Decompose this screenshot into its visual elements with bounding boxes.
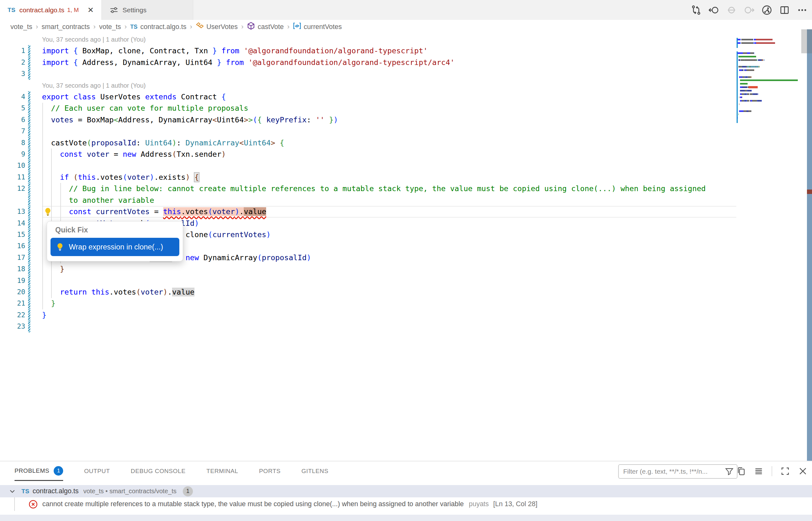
- git-added-gutter-indicator[interactable]: [28, 149, 30, 160]
- code-line[interactable]: 22}: [0, 309, 738, 321]
- problems-filter-input[interactable]: [618, 464, 738, 479]
- panel-tab-ports[interactable]: PORTS: [259, 461, 281, 481]
- breadcrumb-folder[interactable]: vote_ts: [99, 23, 121, 31]
- scrollbar-thumb[interactable]: [801, 29, 812, 53]
- git-added-gutter-indicator[interactable]: [28, 68, 30, 80]
- git-added-gutter-indicator[interactable]: [28, 240, 30, 252]
- code-line[interactable]: 13 const currentVotes = this.votes(voter…: [0, 206, 738, 217]
- line-number[interactable]: 2: [0, 57, 25, 68]
- git-added-gutter-indicator[interactable]: [28, 172, 30, 183]
- maximize-panel-icon[interactable]: [781, 467, 790, 476]
- code-line[interactable]: 7: [0, 126, 738, 137]
- change-disabled-icon[interactable]: [726, 5, 737, 16]
- git-added-gutter-indicator[interactable]: [28, 195, 30, 206]
- git-added-gutter-indicator[interactable]: [28, 218, 30, 229]
- line-number[interactable]: 17: [0, 252, 25, 263]
- code-line[interactable]: 10: [0, 160, 738, 171]
- git-added-gutter-indicator[interactable]: [28, 45, 30, 56]
- line-number[interactable]: 22: [0, 309, 25, 321]
- git-added-gutter-indicator[interactable]: [28, 103, 30, 114]
- line-number[interactable]: 8: [0, 137, 25, 149]
- breadcrumb-symbol-variable[interactable]: currentVotes: [304, 23, 342, 31]
- code-line[interactable]: to another variable: [0, 195, 738, 206]
- git-added-gutter-indicator[interactable]: [28, 298, 30, 309]
- git-added-gutter-indicator[interactable]: [28, 183, 30, 194]
- code-line[interactable]: 11 if (this.votes(voter).exists) {: [0, 172, 738, 183]
- git-added-gutter-indicator[interactable]: [28, 160, 30, 171]
- code-line[interactable]: 12 // Bug in line below: cannot create m…: [0, 183, 738, 194]
- git-added-gutter-indicator[interactable]: [28, 309, 30, 321]
- breadcrumb-file[interactable]: contract.algo.ts: [141, 23, 187, 31]
- line-number[interactable]: 19: [0, 275, 25, 286]
- split-editor-icon[interactable]: [779, 5, 790, 16]
- line-number[interactable]: 21: [0, 298, 25, 309]
- git-added-gutter-indicator[interactable]: [28, 57, 30, 68]
- code-line[interactable]: 3: [0, 68, 738, 80]
- line-number[interactable]: 7: [0, 126, 25, 137]
- code-line[interactable]: 4export class UserVotes extends Contract…: [0, 91, 738, 103]
- breadcrumb-folder[interactable]: vote_ts: [10, 23, 32, 31]
- panel-tab-terminal[interactable]: TERMINAL: [207, 461, 238, 481]
- code-line[interactable]: 18 }: [0, 263, 738, 275]
- filter-funnel-icon[interactable]: [725, 467, 734, 476]
- copy-icon[interactable]: [736, 467, 746, 476]
- code-line[interactable]: 8 castVote(proposalId: Uint64): DynamicA…: [0, 137, 738, 149]
- git-added-gutter-indicator[interactable]: [28, 286, 30, 298]
- problems-error-row[interactable]: cannot create multiple references to a m…: [0, 497, 812, 511]
- line-number[interactable]: 11: [0, 172, 25, 183]
- code-line[interactable]: 6 votes = BoxMap<Address, DynamicArray<U…: [0, 114, 738, 126]
- line-number[interactable]: 14: [0, 218, 25, 229]
- commit-graph-icon[interactable]: [762, 5, 772, 16]
- quick-fix-action-wrap-in-clone[interactable]: Wrap expression in clone(...): [50, 238, 179, 256]
- git-added-gutter-indicator[interactable]: [28, 126, 30, 137]
- breadcrumb-symbol-method[interactable]: castVote: [258, 23, 283, 31]
- line-number[interactable]: 13: [0, 206, 25, 217]
- chevron-down-icon[interactable]: [8, 487, 16, 495]
- view-as-list-icon[interactable]: [754, 467, 763, 476]
- line-number[interactable]: 10: [0, 160, 25, 171]
- next-change-icon[interactable]: [744, 5, 754, 16]
- problems-file-row[interactable]: TS contract.algo.ts vote_ts • smart_cont…: [0, 485, 812, 497]
- panel-tab-problems[interactable]: PROBLEMS 1: [15, 461, 63, 481]
- line-number[interactable]: 5: [0, 103, 25, 114]
- line-number[interactable]: 18: [0, 263, 25, 275]
- panel-tab-debug-console[interactable]: DEBUG CONSOLE: [131, 461, 186, 481]
- line-number[interactable]: 9: [0, 149, 25, 160]
- line-number[interactable]: 12: [0, 183, 25, 194]
- previous-change-icon[interactable]: [708, 5, 719, 16]
- panel-tab-output[interactable]: OUTPUT: [84, 461, 110, 481]
- git-added-gutter-indicator[interactable]: [28, 137, 30, 149]
- git-added-gutter-indicator[interactable]: [28, 321, 30, 332]
- git-added-gutter-indicator[interactable]: [28, 263, 30, 275]
- gitlens-blame-annotation[interactable]: You, 37 seconds ago | 1 author (You): [0, 80, 738, 91]
- line-number[interactable]: 23: [0, 321, 25, 332]
- code-line[interactable]: 20 return this.votes(voter).value: [0, 286, 738, 298]
- git-added-gutter-indicator[interactable]: [28, 275, 30, 286]
- breadcrumb-folder[interactable]: smart_contracts: [42, 23, 90, 31]
- line-number[interactable]: 20: [0, 286, 25, 298]
- line-number[interactable]: 1: [0, 45, 25, 56]
- panel-tab-gitlens[interactable]: GITLENS: [301, 461, 329, 481]
- more-actions-icon[interactable]: [797, 5, 808, 16]
- git-added-gutter-indicator[interactable]: [28, 229, 30, 240]
- breadcrumb-symbol-class[interactable]: UserVotes: [207, 23, 238, 31]
- line-number[interactable]: 3: [0, 68, 25, 80]
- git-added-gutter-indicator[interactable]: [28, 206, 30, 217]
- git-added-gutter-indicator[interactable]: [28, 91, 30, 103]
- code-line[interactable]: 1import { BoxMap, clone, Contract, Txn }…: [0, 45, 738, 56]
- code-line[interactable]: 21 }: [0, 298, 738, 309]
- tab-settings[interactable]: Settings: [102, 0, 193, 20]
- code-line[interactable]: 5 // Each user can vote for multiple pro…: [0, 103, 738, 114]
- code-line[interactable]: 2import { Address, DynamicArray, Uint64 …: [0, 57, 738, 68]
- code-line[interactable]: 23: [0, 321, 738, 332]
- line-number[interactable]: 15: [0, 229, 25, 240]
- line-number[interactable]: 4: [0, 91, 25, 103]
- gitlens-blame-annotation[interactable]: You, 37 seconds ago | 1 author (You): [0, 34, 738, 45]
- git-added-gutter-indicator[interactable]: [28, 252, 30, 263]
- code-line[interactable]: 9 const voter = new Address(Txn.sender): [0, 149, 738, 160]
- code-line[interactable]: 19: [0, 275, 738, 286]
- open-changes-icon[interactable]: [691, 5, 702, 16]
- git-added-gutter-indicator[interactable]: [28, 114, 30, 126]
- close-icon[interactable]: ✕: [83, 6, 94, 14]
- code-editor[interactable]: You, 37 seconds ago | 1 author (You)1imp…: [0, 34, 812, 461]
